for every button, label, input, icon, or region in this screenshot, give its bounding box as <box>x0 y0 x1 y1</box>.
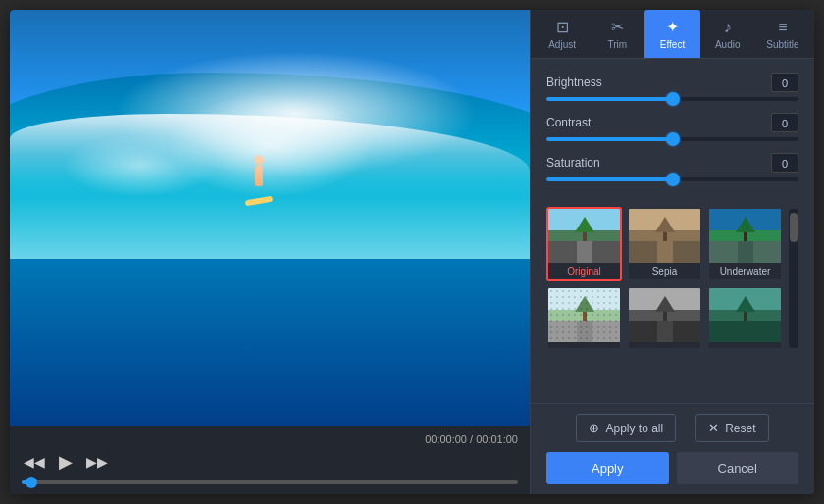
fast-forward-icon: ▶▶ <box>86 454 108 470</box>
cancel-button[interactable]: Cancel <box>677 452 799 484</box>
filter-original[interactable]: Original <box>546 207 622 281</box>
audio-icon: ♪ <box>724 20 732 35</box>
copy-icon: ⊕ <box>589 421 599 435</box>
tab-adjust[interactable]: ⊡ Adjust <box>535 10 590 58</box>
adjust-icon: ⊡ <box>556 20 569 35</box>
tab-effect[interactable]: ✦ Effect <box>644 10 699 58</box>
saturation-label: Saturation <box>546 156 600 170</box>
video-area <box>10 10 530 426</box>
filter-underwater[interactable]: Underwater <box>707 207 783 281</box>
filter-sepia[interactable]: Sepia <box>627 207 702 281</box>
subtitle-icon: ≡ <box>778 20 787 35</box>
filter-sepia-label: Sepia <box>629 263 700 279</box>
fast-forward-button[interactable]: ▶▶ <box>84 452 110 472</box>
filters-grid-wrapper: Original Sepia <box>546 207 798 350</box>
contrast-thumb <box>666 132 680 146</box>
controls-panel: ⊡ Adjust ✂ Trim ✦ Effect ♪ Audio ≡ Subti… <box>530 10 814 494</box>
play-button[interactable]: ▶ <box>57 449 75 475</box>
brightness-fill <box>546 97 673 101</box>
filter-dotted[interactable] <box>546 286 622 350</box>
tab-bar: ⊡ Adjust ✂ Trim ✦ Effect ♪ Audio ≡ Subti… <box>531 10 814 59</box>
current-time: 00:00:00 <box>425 433 467 445</box>
tab-trim[interactable]: ✂ Trim <box>590 10 644 58</box>
contrast-value[interactable]: 0 <box>771 113 798 132</box>
play-icon: ▶ <box>59 451 73 473</box>
filter-dotted-label <box>548 342 620 348</box>
tab-audio-label: Audio <box>715 39 741 50</box>
progress-thumb <box>26 477 37 488</box>
filter-original-label: Original <box>548 263 620 279</box>
filter-bw-label <box>629 342 700 348</box>
rewind-button[interactable]: ◀◀ <box>22 452 47 472</box>
saturation-value[interactable]: 0 <box>771 153 798 173</box>
tab-subtitle-label: Subtitle <box>766 39 798 50</box>
tab-effect-label: Effect <box>660 39 685 50</box>
tab-adjust-label: Adjust <box>548 39 576 50</box>
player-controls: 00:00:00 / 00:01:00 ◀◀ ▶ ▶▶ <box>10 426 530 494</box>
filter-teal[interactable] <box>707 286 783 350</box>
tab-subtitle[interactable]: ≡ Subtitle <box>755 10 810 58</box>
apply-to-all-button[interactable]: ⊕ Apply to all <box>576 414 676 442</box>
action-row-2: Apply Cancel <box>546 452 798 484</box>
tab-audio[interactable]: ♪ Audio <box>700 10 755 58</box>
action-row-1: ⊕ Apply to all ✕ Reset <box>546 414 798 442</box>
time-display: 00:00:00 / 00:01:00 <box>425 433 518 445</box>
contrast-fill <box>546 137 673 141</box>
contrast-slider[interactable] <box>546 137 798 141</box>
reset-label: Reset <box>725 422 755 435</box>
sliders-section: Brightness 0 Contrast 0 <box>531 59 814 203</box>
filters-section: Original Sepia <box>531 203 814 403</box>
filter-scrollbar[interactable] <box>789 209 798 348</box>
apply-button[interactable]: Apply <box>546 452 669 484</box>
filter-bw[interactable] <box>627 286 702 350</box>
apply-to-all-label: Apply to all <box>605 422 663 435</box>
brightness-row: Brightness 0 <box>546 73 798 101</box>
video-thumbnail <box>10 10 530 426</box>
reset-icon: ✕ <box>708 421 719 435</box>
contrast-row: Contrast 0 <box>546 113 798 141</box>
total-time: 00:01:00 <box>476 433 518 445</box>
trim-icon: ✂ <box>611 20 624 35</box>
contrast-label: Contrast <box>546 116 591 129</box>
tab-trim-label: Trim <box>607 39 627 50</box>
saturation-fill <box>546 177 673 181</box>
video-panel: 00:00:00 / 00:01:00 ◀◀ ▶ ▶▶ <box>10 10 530 494</box>
app-container: 00:00:00 / 00:01:00 ◀◀ ▶ ▶▶ <box>10 10 814 494</box>
effect-icon: ✦ <box>666 20 679 35</box>
brightness-slider[interactable] <box>546 97 798 101</box>
filters-grid: Original Sepia <box>546 207 783 350</box>
bottom-actions: ⊕ Apply to all ✕ Reset Apply Cancel <box>531 403 814 494</box>
progress-bar[interactable] <box>22 480 518 484</box>
rewind-icon: ◀◀ <box>24 454 45 470</box>
filter-underwater-label: Underwater <box>709 263 781 279</box>
saturation-row: Saturation 0 <box>546 153 798 181</box>
brightness-value[interactable]: 0 <box>771 73 798 92</box>
saturation-thumb <box>666 173 680 186</box>
brightness-thumb <box>666 92 680 106</box>
brightness-label: Brightness <box>546 76 602 89</box>
filter-teal-label <box>709 342 781 348</box>
scrollbar-thumb <box>790 213 798 242</box>
reset-button[interactable]: ✕ Reset <box>695 414 768 442</box>
saturation-slider[interactable] <box>546 177 798 181</box>
